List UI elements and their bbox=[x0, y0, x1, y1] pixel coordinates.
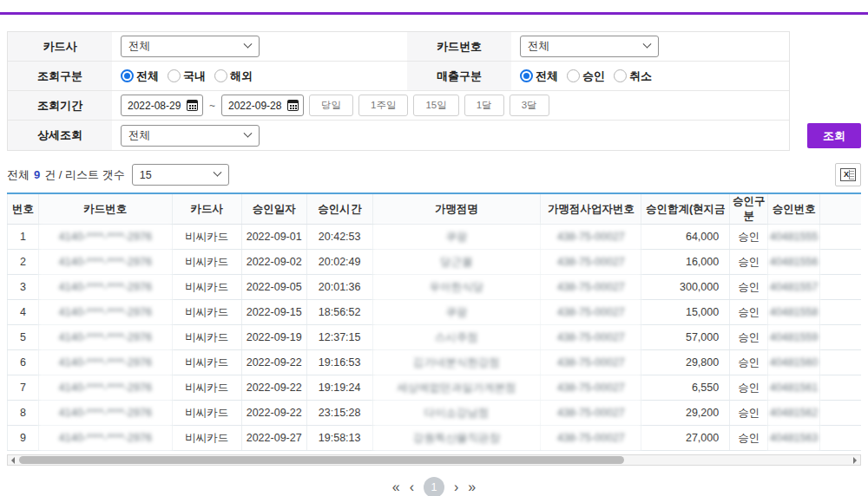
prev-page-button[interactable]: ‹ bbox=[410, 480, 414, 494]
cell-approval_time: 23:15:28 bbox=[306, 401, 372, 426]
table-row[interactable]: 44140-****-****-2976비씨카드2022-09-1518:56:… bbox=[8, 300, 862, 325]
calendar-icon[interactable] bbox=[287, 100, 299, 111]
column-header-card_no: 카드번호 bbox=[38, 193, 172, 225]
cell-approval_time: 19:58:13 bbox=[306, 426, 372, 451]
next-page-button[interactable]: › bbox=[454, 480, 458, 494]
list-count-value: 15 bbox=[140, 169, 152, 181]
cell-merchant_name: 세상에없던과일가게본점 bbox=[372, 375, 541, 401]
card-company-label: 카드사 bbox=[8, 32, 112, 61]
cell-approval_no: 40481563 bbox=[768, 426, 820, 451]
scroll-left-arrow[interactable] bbox=[8, 455, 18, 465]
cell-approval_date: 2022-09-19 bbox=[241, 325, 306, 350]
card-company-selected-value: 전체 bbox=[128, 39, 150, 54]
table-row[interactable]: 84140-****-****-2976비씨카드2022-09-2223:15:… bbox=[8, 401, 862, 426]
cell-no: 5 bbox=[8, 325, 39, 350]
cell-card_company: 비씨카드 bbox=[172, 426, 241, 451]
table-row[interactable]: 24140-****-****-2976비씨카드2022-09-0220:02:… bbox=[8, 250, 862, 275]
date-range-separator: ~ bbox=[209, 100, 215, 112]
column-header-approval_no: 승인번호 bbox=[768, 193, 820, 225]
date-from-input[interactable]: 2022-08-29 bbox=[121, 95, 203, 116]
cell-merchant_biz_no: 438-75-00027 bbox=[541, 250, 641, 275]
radio-sales-all[interactable]: 전체 bbox=[520, 69, 558, 84]
cell-no: 6 bbox=[8, 350, 39, 375]
cell-merchant_biz_no: 438-75-00027 bbox=[541, 350, 641, 375]
cell-card_company: 비씨카드 bbox=[172, 300, 241, 325]
cell-card_company: 비씨카드 bbox=[172, 275, 241, 300]
radio-sales-cancelled[interactable]: 취소 bbox=[614, 69, 652, 84]
cell-approval_time: 12:37:15 bbox=[306, 325, 372, 350]
period-3months-button[interactable]: 3달 bbox=[510, 95, 549, 116]
list-count-select[interactable]: 15 bbox=[132, 164, 229, 186]
period-15days-button[interactable]: 15일 bbox=[413, 95, 458, 116]
period-1week-button[interactable]: 1주일 bbox=[358, 95, 408, 116]
radio-label: 국내 bbox=[183, 69, 206, 84]
scroll-right-arrow[interactable] bbox=[850, 455, 860, 465]
radio-label: 전체 bbox=[536, 69, 558, 84]
cell-approval_type: 승인 bbox=[730, 401, 768, 426]
period-today-button[interactable]: 당일 bbox=[309, 95, 353, 116]
cell-approval_no: 40481560 bbox=[768, 350, 820, 375]
cell-merchant_biz_no: 438-75-00027 bbox=[541, 325, 641, 350]
last-page-button[interactable]: » bbox=[468, 480, 476, 494]
detail-label: 상세조회 bbox=[8, 121, 112, 150]
cell-no: 8 bbox=[8, 401, 39, 426]
cell-extra bbox=[820, 325, 861, 350]
cell-approval_total: 29,800 bbox=[641, 350, 730, 375]
calendar-icon[interactable] bbox=[187, 100, 198, 111]
cell-card_company: 비씨카드 bbox=[172, 401, 241, 426]
column-header-no: 번호 bbox=[8, 193, 39, 225]
radio-inquiry-all[interactable]: 전체 bbox=[121, 69, 159, 84]
excel-export-button[interactable]: X bbox=[835, 163, 861, 186]
current-page-button[interactable]: 1 bbox=[424, 477, 444, 496]
card-number-select[interactable]: 전체 bbox=[520, 36, 659, 57]
cell-card_company: 비씨카드 bbox=[172, 350, 241, 375]
cell-extra bbox=[820, 250, 861, 275]
column-header-card_company: 카드사 bbox=[172, 193, 241, 225]
table-row[interactable]: 14140-****-****-2976비씨카드2022-09-0120:42:… bbox=[8, 225, 862, 250]
cell-merchant_biz_no: 438-75-00027 bbox=[541, 426, 641, 451]
inquiry-type-label: 조회구분 bbox=[8, 62, 112, 90]
chevron-down-icon bbox=[244, 40, 253, 49]
form-row-period: 조회기간 2022-08-29 ~ 2022-09-28 당일 1주일 15일 … bbox=[8, 91, 789, 121]
cell-merchant_name: 쿠팡 bbox=[372, 300, 541, 325]
search-button[interactable]: 조회 bbox=[807, 123, 861, 148]
cell-card_no: 4140-****-****-2976 bbox=[38, 225, 172, 250]
table-row[interactable]: 64140-****-****-2976비씨카드2022-09-2219:16:… bbox=[8, 350, 862, 375]
pagination: « ‹ 1 › » bbox=[0, 477, 868, 496]
top-accent-bar bbox=[0, 12, 868, 15]
cell-approval_time: 19:19:24 bbox=[306, 375, 372, 401]
table-row[interactable]: 34140-****-****-2976비씨카드2022-09-0520:01:… bbox=[8, 275, 862, 300]
cell-no: 7 bbox=[8, 375, 39, 401]
detail-select[interactable]: 전체 bbox=[121, 125, 260, 147]
cell-extra bbox=[820, 401, 861, 426]
cell-card_no: 4140-****-****-2976 bbox=[38, 275, 172, 300]
radio-inquiry-domestic[interactable]: 국내 bbox=[168, 69, 206, 84]
cell-approval_total: 15,000 bbox=[641, 300, 730, 325]
date-to-input[interactable]: 2022-09-28 bbox=[221, 95, 304, 116]
cell-approval_date: 2022-09-05 bbox=[241, 275, 306, 300]
radio-icon bbox=[567, 69, 580, 82]
cell-extra bbox=[820, 350, 861, 375]
column-header-approval_type: 승인구분 bbox=[730, 193, 768, 225]
cell-approval_total: 300,000 bbox=[641, 275, 730, 300]
card-company-select[interactable]: 전체 bbox=[121, 36, 260, 57]
radio-icon bbox=[214, 69, 227, 82]
cell-approval_total: 29,200 bbox=[641, 401, 730, 426]
cell-approval_type: 승인 bbox=[730, 275, 768, 300]
cell-merchant_biz_no: 438-75-00027 bbox=[541, 300, 641, 325]
cell-extra bbox=[820, 225, 861, 250]
table-row[interactable]: 94140-****-****-2976비씨카드2022-09-2719:58:… bbox=[8, 426, 862, 451]
cell-no: 3 bbox=[8, 275, 39, 300]
table-row[interactable]: 74140-****-****-2976비씨카드2022-09-2219:19:… bbox=[8, 375, 862, 401]
radio-inquiry-overseas[interactable]: 해외 bbox=[214, 69, 253, 84]
first-page-button[interactable]: « bbox=[392, 480, 400, 494]
table-row[interactable]: 54140-****-****-2976비씨카드2022-09-1912:37:… bbox=[8, 325, 862, 350]
radio-sales-approved[interactable]: 승인 bbox=[567, 69, 605, 84]
horizontal-scrollbar[interactable] bbox=[7, 454, 861, 466]
cell-no: 2 bbox=[8, 250, 39, 275]
cell-approval_type: 승인 bbox=[730, 375, 768, 401]
cell-approval_no: 40481561 bbox=[768, 375, 820, 401]
period-1month-button[interactable]: 1달 bbox=[464, 95, 504, 116]
cell-card_no: 4140-****-****-2976 bbox=[38, 325, 172, 350]
scrollbar-thumb[interactable] bbox=[19, 456, 624, 464]
